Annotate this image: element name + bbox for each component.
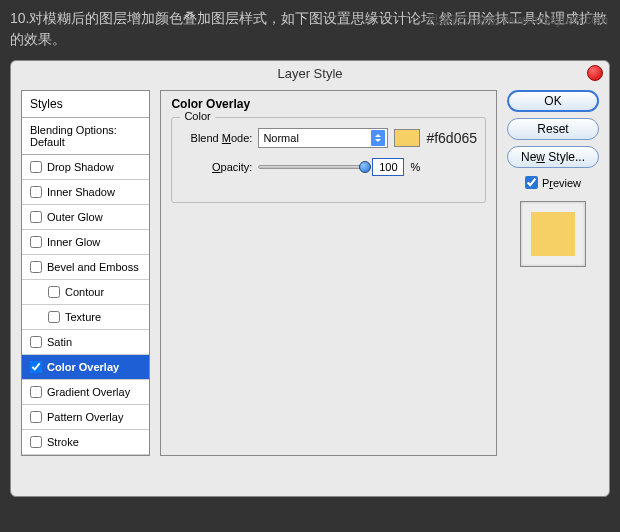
style-checkbox[interactable] [30,186,42,198]
style-checkbox[interactable] [30,236,42,248]
style-checkbox[interactable] [48,286,60,298]
preview-toggle[interactable]: Preview [525,176,581,189]
style-item-bevel-and-emboss[interactable]: Bevel and Emboss [22,255,149,280]
percent-label: % [410,161,420,173]
style-label: Bevel and Emboss [47,261,139,273]
style-checkbox[interactable] [48,311,60,323]
style-item-contour[interactable]: Contour [22,280,149,305]
style-checkbox[interactable] [30,361,42,373]
reset-button[interactable]: Reset [507,118,599,140]
style-label: Inner Shadow [47,186,115,198]
preview-label: Preview [542,177,581,189]
style-item-satin[interactable]: Satin [22,330,149,355]
style-label: Texture [65,311,101,323]
style-checkbox[interactable] [30,436,42,448]
styles-header[interactable]: Styles [22,91,149,118]
color-overlay-panel: Color Overlay Color Blend Mode: Normal #… [160,90,497,456]
close-icon[interactable] [587,65,603,81]
blend-mode-select[interactable]: Normal [258,128,388,148]
opacity-label: Opacity: [180,161,252,173]
style-item-drop-shadow[interactable]: Drop Shadow [22,155,149,180]
style-checkbox[interactable] [30,386,42,398]
style-checkbox[interactable] [30,161,42,173]
dialog-title: Layer Style [277,66,342,81]
style-item-gradient-overlay[interactable]: Gradient Overlay [22,380,149,405]
color-swatch[interactable] [394,129,420,147]
style-item-inner-shadow[interactable]: Inner Shadow [22,180,149,205]
styles-list: Styles Blending Options: Default Drop Sh… [21,90,150,456]
dialog-buttons: OK Reset New Style... Preview [507,90,599,456]
style-item-texture[interactable]: Texture [22,305,149,330]
opacity-input[interactable]: 100 [372,158,404,176]
opacity-slider[interactable] [258,165,366,169]
new-style-button[interactable]: New Style... [507,146,599,168]
style-checkbox[interactable] [30,336,42,348]
slider-thumb[interactable] [359,161,371,173]
preview-swatch [531,212,575,256]
style-label: Outer Glow [47,211,103,223]
style-label: Satin [47,336,72,348]
preview-checkbox[interactable] [525,176,538,189]
panel-title: Color Overlay [171,97,486,111]
dialog-titlebar: Layer Style [11,61,609,86]
style-label: Inner Glow [47,236,100,248]
style-checkbox[interactable] [30,261,42,273]
style-label: Stroke [47,436,79,448]
style-item-pattern-overlay[interactable]: Pattern Overlay [22,405,149,430]
blending-options[interactable]: Blending Options: Default [22,118,149,155]
ok-button[interactable]: OK [507,90,599,112]
blend-mode-value: Normal [263,132,298,144]
style-item-stroke[interactable]: Stroke [22,430,149,455]
style-label: Drop Shadow [47,161,114,173]
style-label: Pattern Overlay [47,411,123,423]
layer-style-dialog: Layer Style Styles Blending Options: Def… [10,60,610,497]
blend-mode-label: Blend Mode: [180,132,252,144]
style-label: Color Overlay [47,361,119,373]
style-label: Contour [65,286,104,298]
preview-box [520,201,586,267]
watermark: 思缘设计论坛 www.missyuan.com [427,12,608,29]
style-label: Gradient Overlay [47,386,130,398]
style-checkbox[interactable] [30,211,42,223]
style-item-color-overlay[interactable]: Color Overlay [22,355,149,380]
chevron-updown-icon[interactable] [371,130,385,146]
style-checkbox[interactable] [30,411,42,423]
style-item-outer-glow[interactable]: Outer Glow [22,205,149,230]
group-label: Color [180,110,214,122]
style-item-inner-glow[interactable]: Inner Glow [22,230,149,255]
color-hex: #f6d065 [426,130,477,146]
color-group: Color Blend Mode: Normal #f6d065 Opacity… [171,117,486,203]
